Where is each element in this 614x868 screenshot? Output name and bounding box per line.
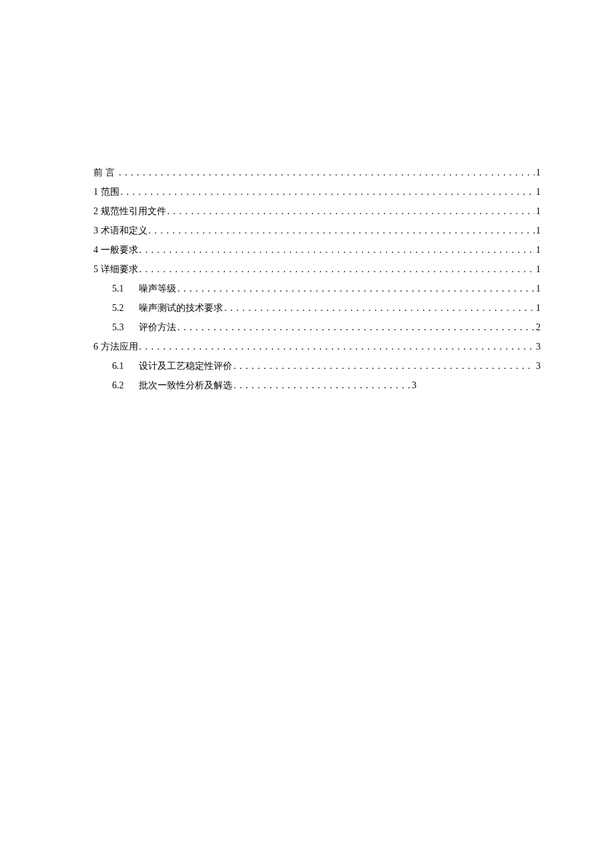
toc-leader-dots: [168, 206, 535, 217]
toc-section-number: 5.2: [112, 303, 139, 314]
toc-label: 3 术语和定义: [93, 225, 147, 237]
toc-page-number: 3: [412, 380, 416, 391]
toc-leader-dots: [234, 361, 535, 372]
toc-sub-entry: 5.1 噪声等级 1: [93, 283, 541, 295]
toc-leader-dots: [121, 187, 535, 197]
toc-entry: 2 规范性引用文件 1: [93, 205, 541, 218]
toc-section-number: 5.1: [112, 284, 139, 294]
toc-leader-dots: [178, 284, 535, 294]
toc-entry: 3 术语和定义 1: [93, 225, 541, 237]
toc-label: 噪声等级: [139, 283, 176, 295]
toc-label: 前言: [93, 167, 117, 179]
toc-entry: 6 方法应用 3: [93, 341, 541, 353]
toc-leader-dots: [234, 380, 410, 391]
toc-label: 评价方法: [139, 322, 176, 334]
toc-sub-entry: 6.1 设计及工艺稳定性评价 3: [93, 360, 541, 372]
toc-section-number: 6.1: [112, 361, 139, 372]
toc-label: 6 方法应用: [93, 341, 138, 353]
toc-page-number: 2: [536, 322, 541, 333]
toc-page-number: 1: [536, 264, 541, 275]
toc-label: 1 范围: [93, 186, 119, 198]
toc-label: 4 一般要求: [93, 244, 138, 256]
toc-leader-dots: [139, 264, 535, 275]
toc-entry: 5 详细要求 1: [93, 264, 541, 276]
toc-leader-dots: [224, 303, 535, 314]
toc-entry: 1 范围 1: [93, 186, 541, 198]
toc-label: 批次一致性分析及解选: [139, 380, 232, 392]
toc-section-number: 5.3: [112, 322, 139, 333]
toc-label: 噪声测试的技术要求: [139, 302, 223, 314]
toc-sub-entry: 5.3 评价方法 2: [93, 322, 541, 334]
toc-page-number: 3: [536, 342, 541, 352]
toc-page-number: 1: [536, 303, 541, 314]
toc-leader-dots: [139, 245, 535, 256]
toc-label: 5 详细要求: [93, 264, 138, 276]
toc-page-number: 1: [536, 167, 541, 178]
toc-page-number: 1: [536, 206, 541, 217]
toc-leader-dots: [178, 322, 535, 333]
toc-page-number: 1: [536, 187, 541, 197]
toc-leader-dots: [119, 167, 535, 178]
toc-sub-entry: 5.2 噪声测试的技术要求 1: [93, 302, 541, 314]
toc-section-number: 6.2: [112, 380, 139, 391]
toc-label: 2 规范性引用文件: [93, 205, 166, 218]
toc-leader-dots: [139, 342, 535, 352]
toc-page-number: 1: [536, 226, 541, 236]
toc-label: 设计及工艺稳定性评价: [139, 360, 232, 372]
toc-leader-dots: [149, 226, 535, 236]
toc-entry: 前言 1: [93, 167, 541, 179]
toc-page-number: 1: [536, 284, 541, 294]
table-of-contents: 前言 1 1 范围 1 2 规范性引用文件 1 3 术语和定义 1 4 一般要求…: [93, 167, 541, 392]
toc-entry: 4 一般要求 1: [93, 244, 541, 256]
toc-page-number: 1: [536, 245, 541, 256]
toc-page-number: 3: [536, 361, 541, 372]
toc-sub-entry: 6.2 批次一致性分析及解选 3: [93, 380, 541, 392]
